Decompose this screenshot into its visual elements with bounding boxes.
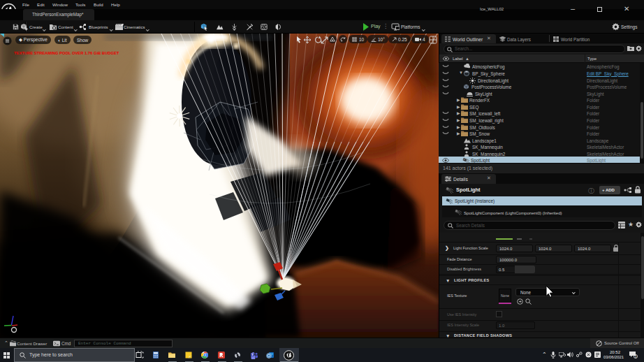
- svg-text:5: 5: [635, 355, 637, 359]
